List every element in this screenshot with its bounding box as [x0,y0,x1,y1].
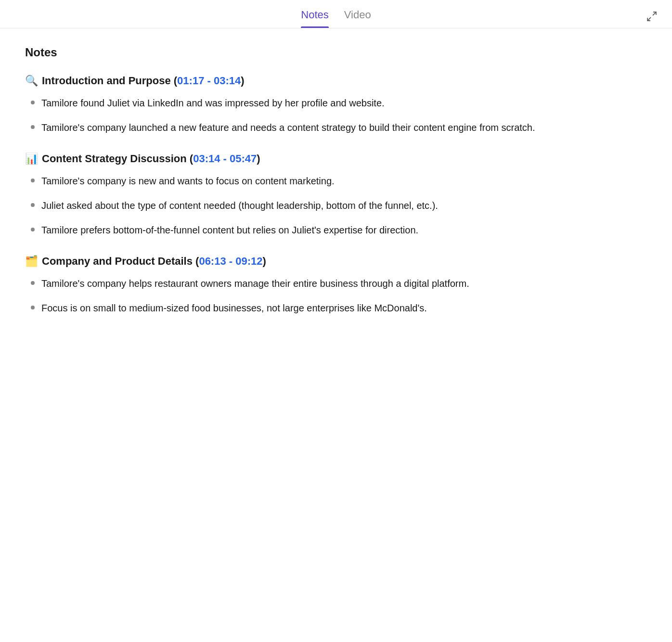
bullet-list-intro: Tamilore found Juliet via LinkedIn and w… [25,96,647,135]
bullet-dot [31,203,35,207]
section-time-link-content-strategy[interactable]: 03:14 - 05:47 [193,153,257,165]
list-item: Tamilore's company is new and wants to f… [31,174,647,189]
section-icon-intro: 🔍 [25,75,38,87]
section-icon-content-strategy: 📊 [25,153,38,165]
bullet-text: Tamilore's company helps restaurant owne… [41,276,647,291]
list-item: Tamilore prefers bottom-of-the-funnel co… [31,223,647,238]
list-item: Tamilore found Juliet via LinkedIn and w… [31,96,647,111]
section-time-link-intro[interactable]: 01:17 - 03:14 [177,75,241,87]
bullet-text: Tamilore's company is new and wants to f… [41,174,647,189]
tab-notes[interactable]: Notes [301,9,328,28]
bullet-text: Tamilore's company launched a new featur… [41,120,647,135]
tab-video[interactable]: Video [344,9,371,28]
section-heading-text-company-details: Company and Product Details (06:13 - 09:… [42,255,266,268]
bullet-dot [31,101,35,104]
list-item: Juliet asked about the type of content n… [31,198,647,213]
bullet-dot [31,179,35,182]
list-item: Tamilore's company helps restaurant owne… [31,276,647,291]
main-content: Notes 🔍Introduction and Purpose (01:17 -… [0,28,672,358]
sections-container: 🔍Introduction and Purpose (01:17 - 03:14… [25,75,647,316]
section-heading-content-strategy: 📊Content Strategy Discussion (03:14 - 05… [25,153,647,165]
section-heading-intro: 🔍Introduction and Purpose (01:17 - 03:14… [25,75,647,87]
bullet-dot [31,125,35,129]
section-close-paren-company-details: ) [262,255,266,267]
page-title: Notes [25,46,647,59]
section-close-paren-intro: ) [241,75,244,87]
bullet-text: Tamilore prefers bottom-of-the-funnel co… [41,223,647,238]
bullet-text: Tamilore found Juliet via LinkedIn and w… [41,96,647,111]
section-time-link-company-details[interactable]: 06:13 - 09:12 [199,255,262,267]
expand-button[interactable] [645,10,659,23]
bullet-dot [31,306,35,309]
tab-bar: Notes Video [301,9,371,28]
svg-line-1 [647,17,651,21]
section-close-paren-content-strategy: ) [257,153,260,165]
list-item: Tamilore's company launched a new featur… [31,120,647,135]
bullet-dot [31,281,35,285]
bullet-text: Juliet asked about the type of content n… [41,198,647,213]
list-item: Focus is on small to medium-sized food b… [31,301,647,316]
bullet-list-company-details: Tamilore's company helps restaurant owne… [25,276,647,316]
bullet-text: Focus is on small to medium-sized food b… [41,301,647,316]
section-heading-text-content-strategy: Content Strategy Discussion (03:14 - 05:… [42,153,260,165]
section-icon-company-details: 🗂️ [25,255,38,268]
header: Notes Video [0,0,672,28]
section-content-strategy: 📊Content Strategy Discussion (03:14 - 05… [25,153,647,238]
section-company-details: 🗂️Company and Product Details (06:13 - 0… [25,255,647,316]
section-heading-text-intro: Introduction and Purpose (01:17 - 03:14) [42,75,245,87]
bullet-dot [31,228,35,231]
section-heading-company-details: 🗂️Company and Product Details (06:13 - 0… [25,255,647,268]
bullet-list-content-strategy: Tamilore's company is new and wants to f… [25,174,647,238]
section-intro: 🔍Introduction and Purpose (01:17 - 03:14… [25,75,647,135]
svg-line-0 [653,12,656,15]
